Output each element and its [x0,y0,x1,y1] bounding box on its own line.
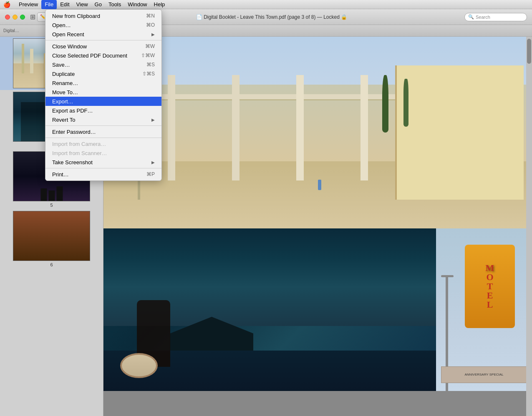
menu-item-label: New from Clipboard [52,13,146,19]
menu-item-shortcut: ⌘P [146,171,155,177]
menu-separator-3 [45,138,161,138]
document-icon: 📄 [196,14,204,20]
page-content: M O T E L ANNIVERSARY SPECIAL [103,37,532,391]
menu-item-label: Import from Scanner… [52,150,155,156]
menubar-preview[interactable]: Preview [15,0,41,9]
menu-item-label: Rename… [52,80,155,86]
menu-item-label: Export as PDF… [52,108,155,114]
menu-import-scanner: Import from Scanner… [45,148,161,158]
file-menu-dropdown: New from Clipboard ⌘N Open… ⌘O Open Rece… [45,9,162,181]
thumbnail-page-6[interactable]: 6 [0,209,103,269]
submenu-arrow-icon: ▶ [151,32,155,37]
title-text: Digital Booklet - Leave This Town.pdf (p… [204,14,347,20]
menu-item-shortcut: ⌘N [146,13,155,19]
scrollbar-thumb[interactable] [527,39,531,64]
menu-item-shortcut: ⌘S [146,62,155,68]
thumb-wrapper-6 [13,211,90,261]
sidebar-label: Digital… [3,28,19,33]
menu-open[interactable]: Open… ⌘O [45,20,161,30]
menu-revert-to[interactable]: Revert To ▶ [45,115,161,124]
submenu-arrow-icon: ▶ [151,118,155,122]
page-top-image [103,37,532,228]
apple-menu[interactable]: 🍎 [3,1,10,8]
menu-item-shortcut: ⌘W [145,43,155,49]
menu-item-label: Enter Password… [52,129,155,135]
traffic-lights [5,15,25,20]
search-icon: 🔍 [468,14,474,20]
menubar-help[interactable]: Help [151,0,169,9]
menu-item-label: Print… [52,171,146,178]
fullscreen-button[interactable] [20,15,25,20]
menu-item-shortcut: ⇧⌘S [142,71,155,77]
menubar-edit[interactable]: Edit [57,0,73,9]
menu-item-label: Close Window [52,43,145,50]
sidebar-toggle-icon[interactable]: ⊞ [30,13,35,21]
menu-import-camera: Import from Camera… [45,139,161,148]
content-area[interactable]: M O T E L ANNIVERSARY SPECIAL [103,37,532,416]
menu-save[interactable]: Save… ⌘S [45,60,161,69]
menu-take-screenshot[interactable]: Take Screenshot ▶ [45,158,161,167]
submenu-arrow-icon: ▶ [151,160,155,165]
scrollbar[interactable] [526,37,532,416]
menu-export[interactable]: Export… [45,97,161,106]
menu-item-label: Duplicate [52,71,142,77]
menu-item-label: Revert To [52,117,151,123]
menu-close-pdf[interactable]: Close Selected PDF Document ⇧⌘W [45,51,161,60]
menu-export-pdf[interactable]: Export as PDF… [45,106,161,115]
menu-move-to[interactable]: Move To… [45,88,161,97]
menu-item-label: Close Selected PDF Document [52,53,141,59]
menu-item-shortcut: ⇧⌘W [141,53,155,58]
search-box[interactable]: 🔍 Search [464,13,527,21]
menu-new-from-clipboard[interactable]: New from Clipboard ⌘N [45,11,161,20]
menubar-tools[interactable]: Tools [105,0,124,9]
menu-close-window[interactable]: Close Window ⌘W [45,42,161,51]
menu-separator-1 [45,40,161,40]
menu-item-label: Take Screenshot [52,159,151,165]
close-button[interactable] [5,15,10,20]
bottom-right-image: M O T E L ANNIVERSARY SPECIAL [436,228,532,391]
menu-separator-2 [45,125,161,126]
bottom-left-image [103,228,436,391]
menu-item-label: Export… [52,98,155,105]
menu-separator-4 [45,168,161,168]
menu-item-label: Open… [52,22,146,28]
menubar-window[interactable]: Window [124,0,150,9]
menu-item-label: Move To… [52,89,155,95]
page-label-6: 6 [50,262,53,267]
menu-item-label: Open Recent [52,31,151,38]
menubar-go[interactable]: Go [91,0,105,9]
page-label-5: 5 [50,203,53,208]
menu-enter-password[interactable]: Enter Password… [45,127,161,136]
menubar-view[interactable]: View [73,0,91,9]
menu-item-label: Save… [52,62,146,68]
menu-item-shortcut: ⌘O [146,22,155,28]
menu-duplicate[interactable]: Duplicate ⇧⌘S [45,69,161,78]
menubar: 🍎 Preview File Edit View Go Tools Window… [0,0,532,9]
minimize-button[interactable] [13,15,18,20]
menubar-file[interactable]: File [41,0,57,9]
search-placeholder: Search [476,15,490,20]
menu-print[interactable]: Print… ⌘P [45,170,161,179]
menu-item-label: Import from Camera… [52,141,155,147]
page-bottom-image: M O T E L ANNIVERSARY SPECIAL [103,228,532,391]
menu-open-recent[interactable]: Open Recent ▶ [45,30,161,39]
menu-rename[interactable]: Rename… [45,78,161,88]
